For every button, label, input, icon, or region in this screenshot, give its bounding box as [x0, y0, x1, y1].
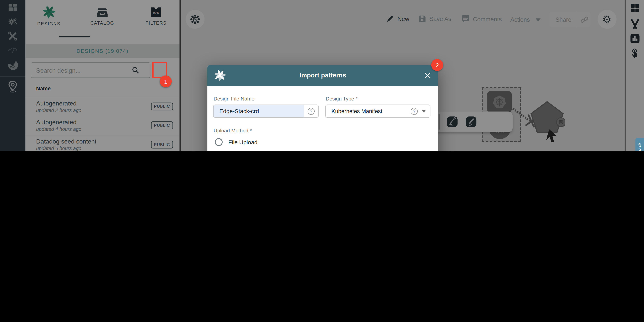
design-file-name-label: Design File Name [214, 96, 254, 102]
caret-down-icon [422, 110, 426, 112]
radio-off-icon [215, 138, 222, 146]
design-file-name-value: Edge-Stack-crd [219, 108, 259, 114]
help-question-icon[interactable]: ? [308, 108, 314, 115]
design-type-value: Kubernetes Manifest [332, 108, 382, 114]
design-type-label: Design Type * [326, 96, 358, 102]
feedback-label: Feedback [637, 142, 642, 151]
design-file-name-input[interactable]: Edge-Stack-crd ? [213, 105, 319, 118]
modal-header: Import patterns [208, 65, 438, 86]
close-icon[interactable] [424, 72, 431, 79]
meshery-logo-white-icon [214, 70, 226, 81]
annotation-step-2: 2 [431, 59, 443, 71]
radio-file-upload-label: File Upload [228, 139, 258, 146]
import-patterns-modal: Import patterns Design File Name Edge-St… [208, 65, 438, 151]
design-type-select[interactable]: Kubernetes Manifest ? [325, 105, 430, 118]
help-question-icon[interactable]: ? [411, 108, 418, 115]
modal-title: Import patterns [208, 72, 438, 79]
feedback-tab[interactable]: Feedback [635, 138, 644, 151]
annotation-step-1: 1 [160, 75, 172, 87]
upload-method-label: Upload Method * [214, 128, 252, 134]
app-root: ? v0.7.76 DESIGNS CATALOG [0, 0, 644, 151]
radio-file-upload[interactable]: File Upload [215, 138, 258, 146]
